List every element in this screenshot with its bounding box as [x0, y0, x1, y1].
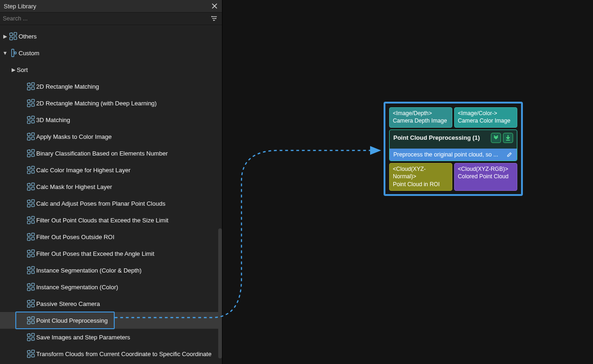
tree-item-label: Instance Segmentation (Color & Depth)	[36, 267, 142, 274]
grid-icon	[26, 299, 36, 308]
svg-rect-22	[27, 121, 30, 124]
svg-rect-50	[27, 238, 30, 240]
svg-rect-48	[27, 234, 31, 237]
node-input-ports: <Image/Depth> Camera Depth Image <Image/…	[389, 107, 517, 128]
tree-item-label: 2D Rectangle Matching	[36, 83, 99, 90]
svg-rect-59	[32, 271, 35, 274]
grid-icon	[26, 216, 36, 224]
grid-icon	[26, 149, 36, 157]
svg-rect-30	[27, 154, 30, 157]
tree-item[interactable]: Instance Segmentation (Color & Depth)	[0, 262, 222, 279]
tree-item-label: Apply Masks to Color Image	[36, 133, 112, 140]
tree-scrollbar[interactable]	[218, 228, 222, 358]
svg-rect-47	[32, 221, 35, 224]
svg-rect-7	[14, 32, 17, 36]
node-body: Point Cloud Preprocessing (1) Preprocess…	[389, 130, 517, 161]
grid-icon	[26, 316, 36, 325]
search-row	[0, 13, 222, 25]
svg-rect-54	[27, 254, 30, 257]
svg-rect-32	[27, 167, 31, 170]
edit-icon[interactable]	[506, 152, 513, 157]
svg-rect-27	[32, 137, 35, 140]
tree-item[interactable]: Instance Segmentation (Color)	[0, 279, 222, 295]
tree-group-sort[interactable]: ▶Sort	[0, 61, 222, 78]
svg-rect-18	[27, 104, 30, 107]
filter-icon[interactable]	[209, 13, 219, 24]
svg-rect-55	[32, 254, 35, 257]
tree-item[interactable]: Filter Out Poses that Exceed the Angle L…	[0, 245, 222, 262]
grid-icon	[26, 333, 36, 341]
port-output-roi[interactable]: <Cloud(XYZ-Normal)> Point Cloud in ROI	[389, 163, 452, 191]
expand-arrow-icon[interactable]: ▼	[2, 50, 8, 56]
grid-icon	[26, 233, 36, 241]
expand-arrow-icon[interactable]: ▶	[10, 67, 17, 73]
node-point-cloud-preprocessing[interactable]: <Image/Depth> Camera Depth Image <Image/…	[384, 102, 523, 196]
tree-item[interactable]: Point Cloud Preprocessing	[0, 312, 222, 329]
search-input[interactable]	[3, 15, 209, 22]
port-output-rgb[interactable]: <Cloud(XYZ-RGB)> Colored Point Cloud	[454, 163, 517, 191]
node-description: Preprocess the original point cloud, so …	[393, 151, 503, 158]
expand-arrow-icon[interactable]: ▶	[2, 33, 8, 39]
svg-rect-36	[27, 183, 31, 187]
svg-rect-26	[27, 137, 30, 140]
download-icon[interactable]	[503, 133, 513, 143]
tree-item-label: 2D Rectangle Matching (with Deep Learnin…	[36, 100, 156, 107]
port-tag: <Cloud(XYZ-RGB)>	[458, 165, 514, 173]
tree-item[interactable]: Binary Classification Based on Elements …	[0, 145, 222, 162]
svg-rect-35	[32, 170, 35, 174]
step-library-panel: Step Library ▶ Others▼ Custom▶Sort	[0, 0, 222, 364]
tree-item-label: Filter Out Poses Outside ROI	[36, 234, 114, 240]
svg-rect-64	[27, 300, 31, 304]
grid-icon	[26, 266, 36, 274]
tree-item[interactable]: Filter Out Poses Outside ROI	[0, 228, 222, 245]
tree-item[interactable]: Transform Clouds from Current Coordinate…	[0, 345, 222, 362]
expand-icon[interactable]	[491, 133, 501, 143]
svg-point-3	[211, 16, 212, 17]
svg-rect-51	[32, 237, 35, 240]
tree-item[interactable]: Apply Masks to Color Image	[0, 128, 222, 145]
svg-rect-77	[32, 350, 35, 353]
node-output-ports: <Cloud(XYZ-Normal)> Point Cloud in ROI <…	[389, 163, 517, 191]
svg-rect-12	[27, 83, 31, 86]
svg-rect-6	[10, 33, 13, 36]
port-input-depth[interactable]: <Image/Depth> Camera Depth Image	[389, 107, 452, 128]
svg-rect-24	[27, 133, 31, 136]
tree-item[interactable]: Filter Out Point Clouds that Exceed the …	[0, 212, 222, 228]
svg-rect-41	[32, 200, 35, 203]
svg-rect-9	[14, 37, 17, 40]
tree-item[interactable]: Calc Mask for Highest Layer	[0, 178, 222, 195]
svg-rect-40	[27, 200, 31, 203]
grid-icon	[26, 283, 36, 291]
port-tag: <Image/Color->	[458, 110, 514, 117]
svg-rect-52	[27, 250, 31, 254]
tree-item-label: Transform Clouds from Current Coordinate…	[36, 351, 211, 358]
tree-group-others[interactable]: ▶ Others	[0, 28, 222, 45]
svg-rect-66	[27, 305, 30, 307]
svg-rect-53	[32, 250, 35, 253]
tree-item[interactable]: Calc and Adjust Poses from Planar Point …	[0, 195, 222, 212]
close-icon[interactable]	[211, 2, 218, 10]
svg-rect-72	[27, 334, 31, 337]
svg-rect-43	[32, 204, 35, 207]
svg-rect-63	[32, 287, 35, 291]
tree-group-custom[interactable]: ▼ Custom	[0, 45, 222, 61]
graph-canvas[interactable]: <Image/Depth> Camera Depth Image <Image/…	[223, 0, 593, 364]
svg-rect-65	[32, 300, 35, 303]
tree-item[interactable]: Save Images and Step Parameters	[0, 329, 222, 345]
tree-item[interactable]: 2D Rectangle Matching (with Deep Learnin…	[0, 95, 222, 111]
grid-icon	[26, 249, 36, 258]
tree-item[interactable]: 3D Matching	[0, 111, 222, 128]
tree-item[interactable]: Calc Color Image for Highest Layer	[0, 162, 222, 178]
tree-item-label: Filter Out Point Clouds that Exceed the …	[36, 217, 169, 224]
tree-item-label: 3D Matching	[36, 117, 70, 124]
port-tag: <Image/Depth>	[393, 110, 449, 117]
svg-rect-75	[32, 338, 35, 341]
grid-icon	[8, 32, 19, 40]
node-title: Point Cloud Preprocessing (1)	[393, 134, 489, 141]
tree-item[interactable]: 2D Rectangle Matching	[0, 78, 222, 95]
port-input-color[interactable]: <Image/Color-> Camera Color Image	[454, 107, 517, 128]
svg-rect-19	[32, 104, 35, 107]
svg-rect-69	[32, 317, 35, 320]
tree-item[interactable]: Passive Stereo Camera	[0, 295, 222, 312]
svg-rect-8	[10, 37, 13, 40]
